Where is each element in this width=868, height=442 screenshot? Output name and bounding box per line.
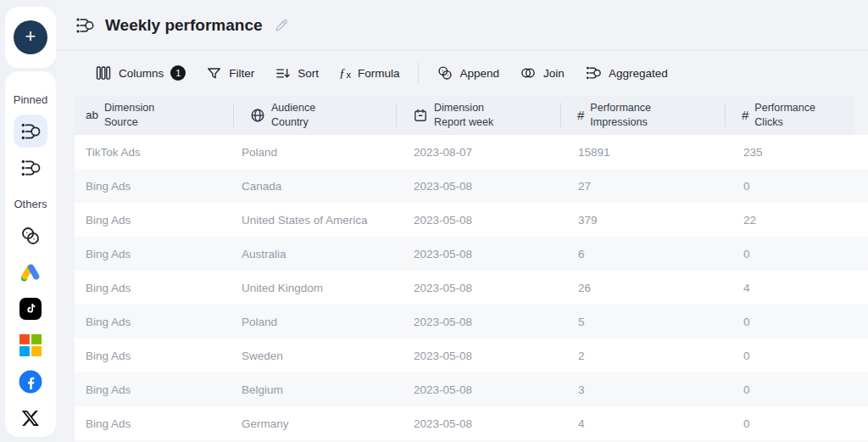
column-header-label: Audience Country bbox=[271, 101, 315, 129]
sidebar-item-x-twitter[interactable] bbox=[14, 402, 47, 435]
table-cell: 0 bbox=[725, 169, 868, 203]
table-cell: 2023-05-08 bbox=[396, 338, 560, 372]
sidebar: Pinned Ot bbox=[5, 71, 56, 437]
table-cell: Australia bbox=[233, 237, 396, 271]
aggregated-button[interactable]: Aggregated bbox=[577, 59, 676, 87]
sort-button[interactable]: Sort bbox=[267, 60, 326, 87]
table-row[interactable]: Bing AdsAustralia2023-05-0860 bbox=[75, 237, 868, 271]
column-header-label: Performance Impressions bbox=[590, 101, 651, 129]
columns-label: Columns bbox=[119, 67, 164, 80]
columns-count-badge: 1 bbox=[170, 65, 186, 81]
number-icon: # bbox=[577, 107, 584, 124]
table-cell: 2023-05-08 bbox=[396, 237, 560, 271]
table-cell: 379 bbox=[560, 203, 725, 237]
table-row[interactable]: Bing AdsGermany2023-05-0840 bbox=[75, 406, 868, 440]
table-cell: TikTok Ads bbox=[75, 135, 233, 169]
table-cell: 2023-05-08 bbox=[396, 406, 560, 440]
columns-button[interactable]: Columns 1 bbox=[87, 59, 193, 87]
flow-aggregate-icon bbox=[75, 15, 95, 36]
table-cell: 15891 bbox=[560, 135, 725, 169]
table-row[interactable]: Bing AdsBelgium2023-05-0830 bbox=[75, 372, 868, 406]
table-cell: 2023-05-08 bbox=[396, 271, 560, 305]
toolbar: Columns 1 Filter Sort ƒx Formula bbox=[56, 51, 868, 95]
formula-icon: ƒx bbox=[339, 66, 351, 81]
pinned-section-label: Pinned bbox=[14, 93, 47, 106]
others-section-label: Others bbox=[14, 198, 47, 210]
table-cell: Bing Ads bbox=[75, 338, 233, 372]
sidebar-item-google-ads[interactable] bbox=[14, 255, 47, 288]
column-header-label: Performance Clicks bbox=[754, 101, 815, 129]
sidebar-item-microsoft[interactable] bbox=[14, 329, 47, 362]
table-row[interactable]: Bing AdsPoland2023-05-0850 bbox=[75, 305, 868, 338]
append-label: Append bbox=[460, 67, 500, 80]
number-icon: # bbox=[742, 107, 748, 124]
pencil-icon bbox=[273, 17, 290, 34]
column-header-clicks[interactable]: # Performance Clicks bbox=[725, 95, 854, 135]
column-header-audience-country[interactable]: Audience Country bbox=[233, 95, 396, 135]
flow-aggregate-icon bbox=[19, 120, 42, 143]
table-cell: Bing Ads bbox=[75, 305, 233, 338]
table-header: ab Dimension Source Audience Country bbox=[75, 95, 854, 135]
table-cell: Bing Ads bbox=[75, 271, 233, 305]
table-cell: 2023-08-07 bbox=[396, 135, 560, 169]
microsoft-icon bbox=[19, 334, 42, 356]
table-cell: 0 bbox=[725, 338, 868, 372]
sort-label: Sort bbox=[298, 67, 319, 80]
column-header-dimension-source[interactable]: ab Dimension Source bbox=[75, 95, 233, 135]
append-button[interactable]: Append bbox=[429, 59, 508, 87]
table-cell: 6 bbox=[560, 237, 725, 271]
join-label: Join bbox=[543, 67, 565, 80]
table-cell: 2023-05-08 bbox=[396, 372, 560, 406]
sidebar-item-tiktok[interactable] bbox=[14, 293, 47, 326]
table-body: TikTok AdsPoland2023-08-0715891235Bing A… bbox=[75, 135, 868, 440]
table-cell: United States of America bbox=[233, 203, 396, 237]
column-header-report-week[interactable]: Dimension Report week bbox=[396, 95, 560, 135]
filter-icon bbox=[206, 65, 222, 81]
table-cell: 0 bbox=[725, 372, 868, 406]
table-cell: 4 bbox=[560, 406, 725, 440]
table-cell: 27 bbox=[560, 169, 725, 203]
table-cell: 26 bbox=[560, 271, 725, 305]
sidebar-item-pinned-flow-1[interactable] bbox=[14, 115, 47, 148]
table-cell: 4 bbox=[725, 271, 868, 305]
sidebar-item-facebook[interactable] bbox=[14, 366, 47, 399]
table-cell: 2 bbox=[560, 338, 725, 372]
tiktok-icon bbox=[19, 298, 42, 320]
table-row[interactable]: Bing AdsUnited Kingdom2023-05-08264 bbox=[75, 271, 868, 305]
x-icon bbox=[20, 408, 41, 428]
table-row[interactable]: Bing AdsUnited States of America2023-05-… bbox=[75, 203, 868, 237]
table-cell: Poland bbox=[233, 305, 396, 338]
edit-title-button[interactable] bbox=[273, 17, 290, 34]
table-row[interactable]: Bing AdsSweden2023-05-0820 bbox=[75, 338, 868, 372]
sidebar-item-append[interactable] bbox=[14, 219, 47, 252]
filter-label: Filter bbox=[229, 67, 254, 80]
table-cell: 0 bbox=[725, 237, 868, 271]
table-cell: 0 bbox=[725, 305, 868, 338]
table-cell: 3 bbox=[560, 372, 725, 406]
table-cell: Bing Ads bbox=[75, 169, 233, 203]
column-header-label: Dimension Report week bbox=[434, 101, 493, 129]
table-cell: United Kingdom bbox=[233, 271, 396, 305]
join-button[interactable]: Join bbox=[512, 59, 572, 87]
google-ads-icon bbox=[19, 261, 42, 283]
formula-button[interactable]: ƒx Formula bbox=[331, 61, 408, 86]
page-title: Weekly performance bbox=[105, 16, 263, 35]
table-cell: 22 bbox=[725, 203, 868, 237]
table-cell: 2023-05-08 bbox=[396, 203, 560, 237]
table-cell: Germany bbox=[233, 406, 396, 440]
table-cell: Bing Ads bbox=[75, 203, 233, 237]
filter-button[interactable]: Filter bbox=[198, 60, 262, 87]
table-row[interactable]: Bing AdsCanada2023-05-08270 bbox=[75, 169, 868, 203]
table-row[interactable]: TikTok AdsPoland2023-08-0715891235 bbox=[75, 135, 868, 169]
table-cell: Bing Ads bbox=[75, 406, 233, 440]
new-flow-button[interactable]: + bbox=[14, 20, 47, 54]
column-header-impressions[interactable]: # Performance Impressions bbox=[560, 95, 725, 135]
toolbar-divider bbox=[418, 62, 419, 84]
sidebar-item-pinned-flow-2[interactable] bbox=[14, 151, 47, 184]
main-content: Weekly performance Columns 1 bbox=[56, 0, 868, 442]
title-bar: Weekly performance bbox=[56, 0, 868, 51]
columns-icon bbox=[95, 64, 112, 81]
flow-aggregate-icon bbox=[19, 157, 42, 179]
facebook-icon bbox=[19, 370, 42, 394]
table-cell: Belgium bbox=[233, 372, 396, 406]
